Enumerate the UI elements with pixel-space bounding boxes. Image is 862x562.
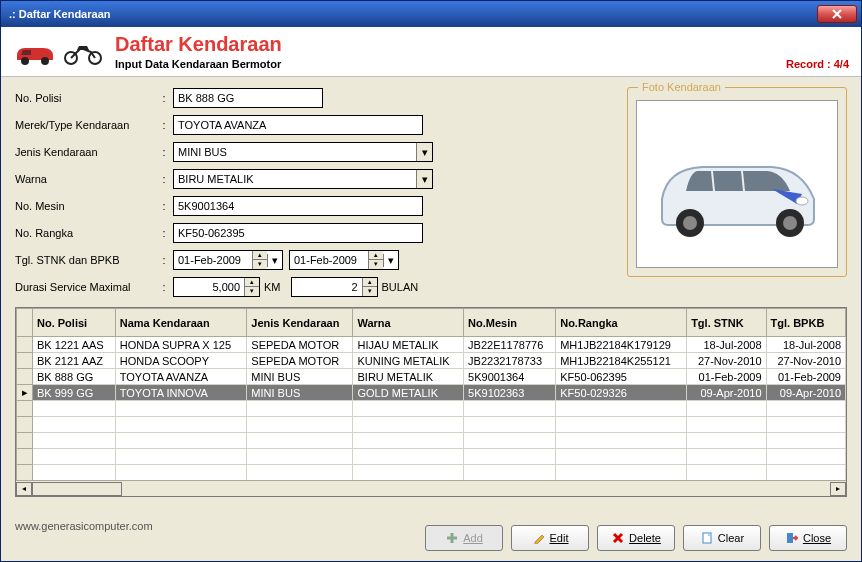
unit-km: KM	[264, 281, 281, 293]
window-close-button[interactable]	[817, 5, 857, 23]
column-header[interactable]: Tgl. BPKB	[766, 309, 845, 337]
cell: 01-Feb-2009	[766, 369, 845, 385]
spin-down-icon[interactable]: ▾	[253, 260, 267, 269]
page-subtitle: Input Data Kendaraan Bermotor	[115, 58, 786, 70]
cell: HONDA SUPRA X 125	[115, 337, 247, 353]
column-header[interactable]: No.Mesin	[464, 309, 556, 337]
scroll-thumb[interactable]	[32, 482, 122, 496]
cell: 18-Jul-2008	[766, 337, 845, 353]
edit-button[interactable]: Edit	[511, 525, 589, 551]
date-stnk[interactable]: ▴▾ ▾	[173, 250, 283, 270]
document-icon	[700, 531, 714, 545]
cell: JB22E1178776	[464, 337, 556, 353]
table-row[interactable]	[17, 465, 846, 481]
svg-point-5	[683, 216, 697, 230]
cell: 27-Nov-2010	[766, 353, 845, 369]
combo-jenis[interactable]: MINI BUS ▾	[173, 142, 433, 162]
header: Daftar Kendaraan Input Data Kendaraan Be…	[1, 27, 861, 77]
cell: KUNING METALIK	[353, 353, 464, 369]
column-header[interactable]: Nama Kendaraan	[115, 309, 247, 337]
cell: MINI BUS	[247, 369, 353, 385]
table-row[interactable]: BK 2121 AAZHONDA SCOOPYSEPEDA MOTORKUNIN…	[17, 353, 846, 369]
column-header[interactable]: Warna	[353, 309, 464, 337]
cell: 18-Jul-2008	[687, 337, 766, 353]
plus-icon	[445, 531, 459, 545]
cell: 27-Nov-2010	[687, 353, 766, 369]
data-grid[interactable]: No. PolisiNama KendaraanJenis KendaraanW…	[15, 307, 847, 497]
label-tgl: Tgl. STNK dan BPKB	[15, 254, 155, 266]
spin-up-icon[interactable]: ▴	[253, 251, 267, 260]
cell: BIRU METALIK	[353, 369, 464, 385]
table-row[interactable]	[17, 433, 846, 449]
svg-point-7	[783, 216, 797, 230]
cell: 01-Feb-2009	[687, 369, 766, 385]
spin-up-icon[interactable]: ▴	[369, 251, 383, 260]
cell: BK 888 GG	[33, 369, 116, 385]
spin-down-icon[interactable]: ▾	[363, 287, 377, 296]
x-icon	[611, 531, 625, 545]
header-icons	[13, 38, 105, 66]
page-title: Daftar Kendaraan	[115, 33, 786, 56]
cell: 5K9102363	[464, 385, 556, 401]
table-row[interactable]	[17, 417, 846, 433]
chevron-down-icon: ▾	[416, 143, 432, 161]
footer-url: www.generasicomputer.com	[15, 520, 425, 532]
close-button[interactable]: Close	[769, 525, 847, 551]
horizontal-scrollbar[interactable]: ◂ ▸	[16, 480, 846, 496]
column-header[interactable]: Jenis Kendaraan	[247, 309, 353, 337]
clear-button[interactable]: Clear	[683, 525, 761, 551]
svg-rect-9	[703, 533, 711, 543]
form-area: No. Polisi : Merek/Type Kendaraan : Jeni…	[1, 77, 861, 307]
cell: HONDA SCOOPY	[115, 353, 247, 369]
scroll-right-icon[interactable]: ▸	[830, 482, 846, 496]
input-no-mesin[interactable]	[173, 196, 423, 216]
date-bpkb[interactable]: ▴▾ ▾	[289, 250, 399, 270]
table-row[interactable]: ▸BK 999 GGTOYOTA INNOVAMINI BUSGOLD META…	[17, 385, 846, 401]
titlebar: .: Daftar Kendaraan	[1, 1, 861, 27]
delete-button[interactable]: Delete	[597, 525, 675, 551]
label-durasi: Durasi Service Maximal	[15, 281, 155, 293]
cell: MINI BUS	[247, 385, 353, 401]
record-counter: Record : 4/4	[786, 58, 849, 70]
spin-down-icon[interactable]: ▾	[369, 260, 383, 269]
app-window: .: Daftar Kendaraan Daftar Kendaraan Inp…	[0, 0, 862, 562]
cell: 09-Apr-2010	[687, 385, 766, 401]
label-jenis: Jenis Kendaraan	[15, 146, 155, 158]
unit-bulan: BULAN	[382, 281, 419, 293]
spin-down-icon[interactable]: ▾	[245, 287, 259, 296]
svg-point-1	[41, 57, 49, 65]
input-merek[interactable]	[173, 115, 423, 135]
spin-up-icon[interactable]: ▴	[245, 278, 259, 287]
label-no-mesin: No. Mesin	[15, 200, 155, 212]
cell: KF50-029326	[556, 385, 687, 401]
column-header[interactable]: Tgl. STNK	[687, 309, 766, 337]
car-icon	[13, 38, 57, 66]
column-header[interactable]: No.Rangka	[556, 309, 687, 337]
chevron-down-icon[interactable]: ▾	[267, 254, 281, 267]
label-no-rangka: No. Rangka	[15, 227, 155, 239]
chevron-down-icon: ▾	[416, 170, 432, 188]
chevron-down-icon[interactable]: ▾	[383, 254, 397, 267]
input-no-polisi[interactable]	[173, 88, 323, 108]
combo-warna[interactable]: BIRU METALIK ▾	[173, 169, 433, 189]
table-row[interactable]: BK 1221 AASHONDA SUPRA X 125SEPEDA MOTOR…	[17, 337, 846, 353]
input-no-rangka[interactable]	[173, 223, 423, 243]
table-row[interactable]	[17, 401, 846, 417]
label-warna: Warna	[15, 173, 155, 185]
spin-up-icon[interactable]: ▴	[363, 278, 377, 287]
foto-legend: Foto Kendaraan	[638, 81, 725, 93]
input-durasi-bulan[interactable]: ▴▾	[291, 277, 378, 297]
column-header[interactable]: No. Polisi	[33, 309, 116, 337]
cell: KF50-062395	[556, 369, 687, 385]
table-row[interactable]	[17, 449, 846, 465]
scroll-left-icon[interactable]: ◂	[16, 482, 32, 496]
cell: BK 2121 AAZ	[33, 353, 116, 369]
table-row[interactable]: BK 888 GGTOYOTA AVANZAMINI BUSBIRU METAL…	[17, 369, 846, 385]
cell: MH1JB22184K255121	[556, 353, 687, 369]
add-button[interactable]: Add	[425, 525, 503, 551]
cell: HIJAU METALIK	[353, 337, 464, 353]
pencil-icon	[532, 531, 546, 545]
motorcycle-icon	[61, 38, 105, 66]
cell: SEPEDA MOTOR	[247, 353, 353, 369]
input-durasi-km[interactable]: ▴▾	[173, 277, 260, 297]
